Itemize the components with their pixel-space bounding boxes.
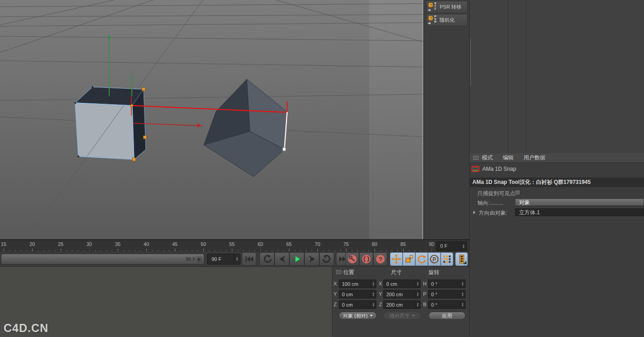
pos-z-field[interactable]: 0 cm▲▼ [339, 300, 376, 309]
current-frame-stepper[interactable]: ▲▼ [460, 242, 466, 250]
attributes-panel: 模式 编辑 用户数据 AMa 1D Snap AMa 1D Snap Tool汉… [469, 153, 644, 337]
previous-frame-button[interactable] [274, 252, 289, 266]
object-manager-panel[interactable] [469, 0, 644, 153]
cube-vertex-dot[interactable] [92, 87, 94, 88]
active-tool-row[interactable]: AMa 1D Snap [471, 166, 516, 172]
grip-dots-icon[interactable] [336, 270, 342, 274]
frame-input[interactable]: 90 F ▲▼ [207, 254, 240, 265]
ruler-major-tick [289, 249, 289, 251]
ruler-major-tick [32, 249, 33, 251]
handle-bottom-right[interactable] [133, 158, 136, 161]
attributes-menubar: 模式 编辑 用户数据 [470, 153, 644, 163]
range-end-label: 90 F [186, 256, 196, 262]
size-x-field[interactable]: 0 cm▲▼ [383, 279, 421, 288]
stepper[interactable]: ▲▼ [415, 301, 420, 308]
cube-selected[interactable] [75, 87, 146, 160]
cube-vertex-dot[interactable] [75, 102, 77, 104]
frame-input-stepper[interactable]: ▲▼ [234, 254, 240, 264]
coordinates-header: 位置 尺寸 旋转 [332, 268, 469, 276]
rot-h-field[interactable]: 0 °▲▼ [428, 279, 466, 288]
option-row-visible-points: 只捕捉到可见点 [470, 189, 644, 197]
chevron-down-icon [370, 315, 373, 317]
ruler-major-tick [203, 249, 204, 251]
ruler-frame-label: 40 [144, 241, 149, 247]
psr-transfer-icon: XYZ ➜ [427, 2, 438, 13]
pos-y-letter: Y [333, 291, 337, 297]
handle-origin[interactable] [131, 105, 133, 107]
grip-dots-icon[interactable] [473, 155, 479, 160]
current-frame-field[interactable]: 0 F ▲▼ [436, 241, 467, 251]
menu-edit[interactable]: 编辑 [503, 154, 514, 162]
next-frame-button[interactable] [304, 252, 319, 266]
cube-vertex-dot[interactable] [78, 156, 80, 158]
material-manager-panel[interactable]: C4D.CN [0, 266, 332, 337]
pos-x-field[interactable]: 100 cm▲▼ [339, 279, 376, 288]
parameter-p-icon: P [429, 254, 439, 264]
pos-y-field[interactable]: 0 cm▲▼ [339, 290, 376, 298]
header-rotation: 旋转 [428, 269, 439, 276]
key-position-button[interactable] [390, 252, 403, 266]
handle-top-right[interactable] [142, 88, 145, 91]
range-arrow-icon[interactable]: ▶ [197, 256, 202, 262]
size-mode-dropdown[interactable]: 绝对尺寸 [383, 312, 421, 320]
stepper[interactable]: ▲▼ [460, 290, 465, 298]
open-timeline-button[interactable] [455, 252, 468, 266]
svg-text:P: P [433, 256, 436, 263]
ruler-major-tick [118, 249, 118, 251]
menu-mode[interactable]: 模式 [482, 154, 493, 162]
watermark: C4D.CN [4, 322, 48, 335]
pos-z-letter: Z [333, 302, 337, 307]
stepper[interactable]: ▲▼ [460, 301, 465, 308]
size-z-field[interactable]: 200 cm▲▼ [383, 300, 421, 309]
scrollbar[interactable] [470, 39, 471, 86]
loop-forward-button[interactable] [319, 252, 334, 266]
active-tool-name: AMa 1D Snap [482, 166, 516, 172]
psr-transfer-button[interactable]: XYZ ➜ PSR 转移 [427, 1, 467, 13]
tool-title-bar[interactable]: AMa 1D Snap Tool汉化：白衬衫 Q群179731945 [470, 178, 644, 187]
stepper[interactable]: ▲▼ [370, 290, 376, 298]
play-button[interactable] [289, 252, 304, 266]
size-y-field[interactable]: 200 cm▲▼ [383, 290, 421, 298]
key-rotation-button[interactable] [415, 252, 428, 266]
stepper[interactable]: ▲▼ [370, 301, 376, 308]
ruler-frame-label: 80 [372, 241, 377, 247]
viewport-background [0, 0, 423, 239]
axis-dropdown[interactable]: 对象 [515, 198, 644, 206]
key-parameter-button[interactable]: P [428, 252, 441, 266]
stepper[interactable]: ▲▼ [415, 280, 420, 288]
stepper[interactable]: ▲▼ [460, 280, 465, 288]
timeline-range-slider[interactable]: 90 F ▶ [1, 254, 204, 265]
frame-tick-dots [4, 250, 435, 251]
autokey-button[interactable] [359, 252, 373, 266]
stepper[interactable]: ▲▼ [415, 290, 420, 298]
apply-button[interactable]: 应用 [428, 312, 466, 320]
coord-mode-dropdown[interactable]: 对象 (相对) [339, 312, 377, 320]
c4d-window: XYZ ➜ PSR 转移 PSR ➜ 随机化 模式 编辑 [0, 0, 644, 337]
handle-mid-right[interactable] [144, 136, 147, 139]
size-z-letter: Z [378, 302, 383, 307]
psr-randomize-button[interactable]: PSR ➜ 随机化 [427, 14, 467, 26]
stepper[interactable]: ▲▼ [370, 280, 376, 288]
menu-userdata[interactable]: 用户数据 [524, 154, 545, 162]
ruler-frame-label: 65 [286, 241, 292, 247]
record-keyframe-button[interactable] [345, 252, 359, 266]
column-divider [526, 0, 526, 153]
visible-points-checkbox[interactable] [514, 190, 520, 196]
timeline-ruler[interactable]: 0 F ▲▼ 15202530354045505560657075808590 [0, 239, 469, 252]
psr-randomize-label: 随机化 [440, 17, 455, 24]
rot-p-field[interactable]: 0 °▲▼ [428, 290, 466, 298]
direction-object-field[interactable]: 立方体.1 [515, 208, 644, 216]
key-pla-button[interactable] [441, 252, 453, 266]
ruler-frame-label: 35 [115, 241, 120, 247]
snap-handle-white[interactable] [283, 148, 286, 151]
pos-x-letter: X [333, 281, 337, 286]
viewport-3d[interactable] [0, 0, 423, 239]
keyframe-help-button[interactable]: ? [373, 252, 387, 266]
expand-arrow-icon[interactable] [473, 211, 476, 214]
option-row-axis: 轴向:......... 对象 [470, 198, 644, 207]
snap-tool-icon [471, 166, 480, 172]
rot-b-field[interactable]: 0 °▲▼ [428, 300, 466, 309]
goto-start-button[interactable] [242, 252, 256, 266]
key-scale-button[interactable] [403, 252, 415, 266]
play-backwards-button[interactable] [260, 252, 274, 266]
